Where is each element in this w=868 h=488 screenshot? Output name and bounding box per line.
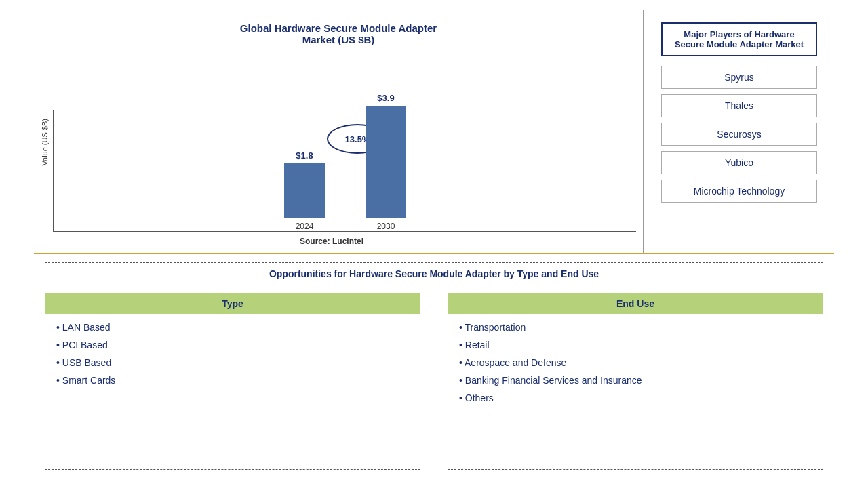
type-item-usb: • USB Based (56, 357, 409, 368)
bar-2024 (284, 163, 325, 218)
bar-2030 (366, 106, 406, 218)
players-title: Major Players of Hardware Secure Module … (661, 22, 817, 56)
type-section: Type • LAN Based • PCI Based • USB Based… (45, 293, 420, 470)
opportunities-title: Opportunities for Hardware Secure Module… (45, 262, 823, 285)
end-use-others: • Others (459, 392, 812, 403)
y-axis-label: Value (US $B) (41, 119, 49, 166)
type-header: Type (45, 293, 420, 314)
player-microchip: Microchip Technology (661, 180, 817, 203)
bar-value-2030: $3.9 (377, 93, 394, 103)
end-use-header: End Use (448, 293, 823, 314)
bar-group-2024: $1.8 2024 (284, 150, 325, 231)
bottom-content: Type • LAN Based • PCI Based • USB Based… (45, 293, 823, 470)
type-item-pci: • PCI Based (56, 340, 409, 350)
bottom-section: Opportunities for Hardware Secure Module… (34, 254, 834, 478)
players-area: Major Players of Hardware Secure Module … (644, 10, 834, 253)
end-use-body: • Transportation • Retail • Aerospace an… (448, 314, 823, 470)
bar-label-2030: 2030 (377, 222, 395, 231)
player-thales: Thales (661, 94, 817, 117)
player-yubico: Yubico (661, 151, 817, 174)
type-body: • LAN Based • PCI Based • USB Based • Sm… (45, 314, 420, 470)
type-item-smart: • Smart Cards (56, 375, 409, 386)
bar-label-2024: 2024 (296, 222, 314, 231)
end-use-retail: • Retail (459, 340, 812, 350)
main-container: Global Hardware Secure Module Adapter Ma… (34, 10, 834, 478)
chart-title: Global Hardware Secure Module Adapter Ma… (240, 22, 437, 45)
bar-value-2024: $1.8 (296, 150, 313, 161)
end-use-section: End Use • Transportation • Retail • Aero… (448, 293, 823, 470)
player-securosys: Securosys (661, 123, 817, 146)
bars-container: 13.5% → $1.8 2024 $3.9 (53, 110, 636, 232)
chart-wrapper: Value (US $B) 13.5% → $1.8 (41, 52, 636, 232)
chart-inner: 13.5% → $1.8 2024 $3.9 (53, 83, 636, 232)
end-use-transportation: • Transportation (459, 322, 812, 333)
player-spyrus: Spyrus (661, 66, 817, 89)
end-use-banking: • Banking Financial Services and Insuran… (459, 375, 812, 386)
end-use-aerospace: • Aerospace and Defense (459, 357, 812, 368)
type-item-lan: • LAN Based (56, 322, 409, 333)
chart-area: Global Hardware Secure Module Adapter Ma… (34, 10, 644, 253)
bar-group-2030: $3.9 2030 (366, 93, 406, 231)
top-section: Global Hardware Secure Module Adapter Ma… (34, 10, 834, 254)
source-text: Source: Lucintel (300, 237, 377, 246)
